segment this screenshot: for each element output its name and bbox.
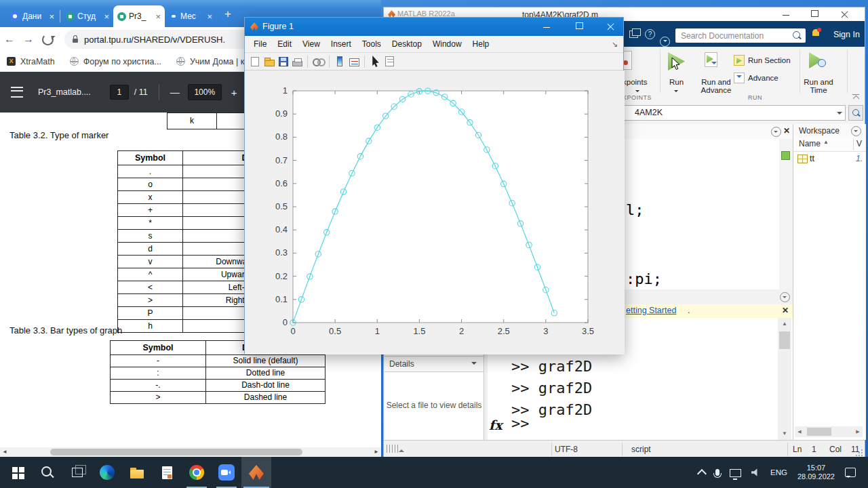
fx-button[interactable]: fx [489, 418, 502, 432]
menu-view[interactable]: View [297, 39, 326, 49]
minimize-icon[interactable] [543, 22, 552, 31]
maximize-icon[interactable] [576, 22, 585, 31]
search-icon-button[interactable] [33, 457, 62, 488]
chevron-down-icon[interactable] [660, 37, 670, 47]
open-file-icon[interactable] [264, 60, 275, 66]
command-menu-chevron-icon[interactable] [780, 292, 790, 302]
start-icon-button[interactable] [3, 457, 33, 488]
horizontal-scrollbar[interactable]: ◀ ▶ [795, 426, 863, 437]
run-and-time-label[interactable]: Run andTime [800, 78, 837, 94]
reload-icon[interactable] [42, 34, 54, 45]
search-icon[interactable] [793, 31, 800, 39]
task-view-icon-button[interactable] [62, 457, 92, 488]
tab-close-icon[interactable]: × [104, 12, 109, 22]
scrollbar-thumb[interactable] [50, 449, 302, 455]
menu-desktop[interactable]: Desktop [387, 39, 427, 49]
menu-window[interactable]: Window [427, 39, 467, 49]
menu-edit[interactable]: Edit [272, 39, 297, 49]
run-and-time-button[interactable] [809, 52, 828, 70]
windows-layout-icon[interactable] [629, 30, 638, 38]
editor-menu-chevron-icon[interactable] [771, 127, 781, 137]
property-inspector-icon[interactable] [385, 56, 394, 66]
maximize-icon[interactable] [811, 10, 820, 19]
vertical-scrollbar[interactable]: ▲ ▼ [778, 318, 791, 440]
tab-close-icon[interactable]: × [207, 12, 212, 22]
file-explorer-icon-button[interactable] [122, 457, 152, 488]
bookmark-item[interactable]: Учим Дома | ка [176, 57, 250, 66]
run-section-label[interactable]: Run Section [748, 56, 791, 64]
collapse-ribbon-icon[interactable] [852, 94, 859, 100]
folder-search-button[interactable] [848, 105, 863, 121]
browser-tab[interactable]: Дани× [7, 5, 58, 27]
scroll-left-icon[interactable]: ◄ [0, 447, 9, 457]
browser-tab[interactable]: Мес× [165, 5, 216, 27]
tray-expand-icon[interactable] [697, 468, 707, 478]
insert-colorbar-icon[interactable] [337, 56, 342, 66]
workspace-variable-row[interactable]: tt 1. [793, 152, 866, 166]
details-header[interactable]: Details [384, 356, 484, 372]
workspace-menu-chevron-icon[interactable] [851, 126, 861, 136]
scroll-right-icon[interactable]: ► [372, 447, 381, 457]
run-dropdown-icon[interactable] [674, 90, 678, 94]
variable-name[interactable]: tt [810, 154, 814, 163]
scroll-down-icon[interactable]: ▼ [778, 428, 791, 440]
network-icon[interactable] [730, 469, 741, 477]
url-text[interactable]: portal.tpu.ru/SHARED/v/VDERUSH. [84, 35, 225, 45]
advance-button[interactable] [734, 73, 745, 83]
menu-insert[interactable]: Insert [326, 39, 357, 49]
notification-bell-icon[interactable] [812, 29, 821, 39]
scroll-left-icon[interactable]: ◀ [795, 426, 804, 437]
edit-plot-icon[interactable] [370, 56, 381, 67]
close-icon[interactable] [607, 22, 616, 31]
run-and-advance-label[interactable]: Run andAdvance [697, 78, 735, 94]
language-indicator[interactable]: ENG [770, 468, 787, 476]
workspace-column-headers[interactable]: Name ▲ V [793, 138, 866, 152]
new-figure-icon[interactable] [251, 57, 259, 66]
folder-dropdown-icon[interactable] [837, 112, 842, 117]
command-prompt[interactable]: >> [511, 415, 530, 432]
chrome-icon-button[interactable] [182, 457, 212, 488]
scrollbar-thumb[interactable] [779, 331, 790, 349]
microphone-icon[interactable] [715, 469, 719, 476]
run-and-advance-button[interactable] [705, 52, 717, 67]
browser-tab[interactable]: Pr3_× [113, 5, 165, 27]
banner-close-icon[interactable]: ✕ [782, 306, 789, 315]
new-tab-button[interactable]: + [224, 7, 231, 21]
figure-titlebar[interactable]: Figure 1 [245, 18, 623, 36]
bookmark-item[interactable]: Форум по христиа... [70, 57, 161, 66]
forward-icon[interactable]: → [19, 33, 38, 45]
close-icon[interactable] [841, 10, 850, 19]
workspace-header[interactable]: Workspace [793, 124, 866, 138]
scroll-right-icon[interactable]: ▶ [853, 426, 863, 437]
advance-label[interactable]: Advance [748, 74, 778, 82]
getting-started-link[interactable]: etting Started [626, 306, 676, 315]
value-column-header[interactable]: V [856, 139, 862, 148]
zoom-out-button[interactable]: — [170, 87, 180, 98]
browser-tab[interactable]: Студ× [62, 5, 113, 27]
speaker-icon[interactable] [751, 468, 760, 476]
dock-figure-icon[interactable]: ↘ [612, 40, 618, 49]
print-figure-icon[interactable] [292, 61, 302, 66]
folder-path-text[interactable]: 4AM2K [635, 108, 663, 117]
menu-icon[interactable] [11, 87, 23, 98]
zoom-app-icon-button[interactable] [212, 457, 241, 488]
sign-in-link[interactable]: Sign In [833, 30, 860, 39]
page-number-input[interactable]: 1 [110, 85, 129, 100]
menu-file[interactable]: File [248, 39, 272, 49]
action-center-icon[interactable] [845, 468, 856, 477]
sine-plot[interactable]: 00.511.522.533.500.10.20.30.40.50.60.70.… [245, 70, 625, 354]
menu-help[interactable]: Help [467, 39, 495, 49]
writer-icon-button[interactable] [152, 457, 182, 488]
horizontal-scrollbar[interactable]: ◄ ► [0, 447, 381, 457]
insert-legend-icon[interactable] [349, 58, 359, 66]
panel-grip-icon[interactable] [387, 445, 399, 453]
editor-close-icon[interactable]: ✕ [783, 126, 790, 136]
bookmark-item[interactable]: XXtraMath [7, 57, 55, 66]
menu-tools[interactable]: Tools [357, 39, 387, 49]
minimize-icon[interactable] [783, 10, 791, 19]
zoom-in-button[interactable]: + [231, 87, 237, 98]
link-plot-icon[interactable] [313, 56, 324, 67]
search-documentation-input[interactable] [675, 28, 806, 43]
resize-grip-icon[interactable] [855, 449, 863, 457]
edge-icon-button[interactable] [92, 457, 122, 488]
